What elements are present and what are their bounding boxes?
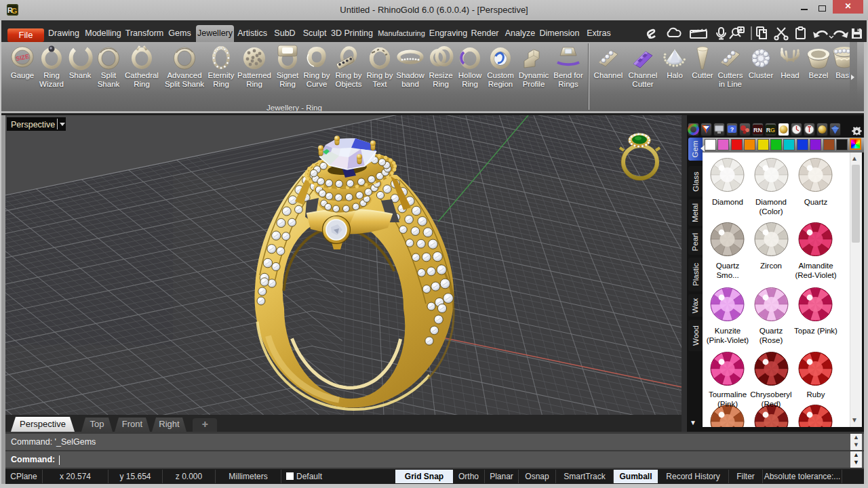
svg-text:?: ? <box>730 126 734 133</box>
svg-text:Perspective: Perspective <box>11 120 55 129</box>
svg-text:G: G <box>770 127 775 134</box>
svg-text:SIZE: SIZE <box>15 53 30 62</box>
svg-text:RN: RN <box>753 127 762 134</box>
